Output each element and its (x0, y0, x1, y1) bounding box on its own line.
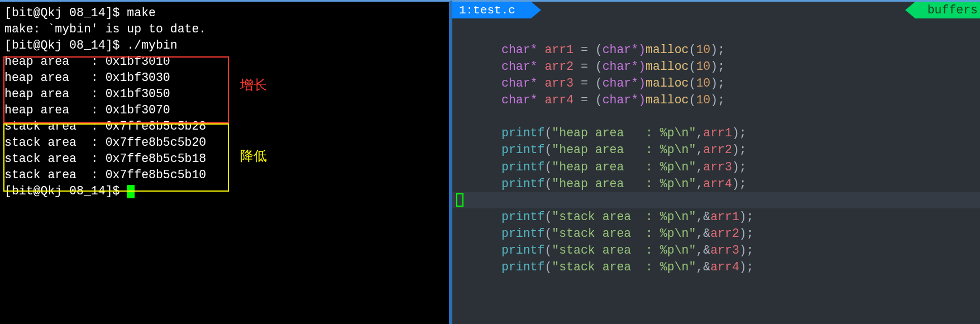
code-line: printf("heap area : %p\n",arr2); (452, 141, 980, 158)
heap-line: heap area : 0x1bf3070 (4, 102, 444, 118)
stack-line: stack area : 0x7ffe8b5c5b28 (4, 118, 444, 135)
cursor-line (452, 192, 980, 208)
code-line: printf("heap area : %p\n",arr3); (452, 159, 980, 175)
code-line: printf("stack area : %p\n",&arr3); (452, 242, 980, 259)
command: make (127, 6, 156, 20)
heap-line: heap area : 0x1bf3030 (4, 70, 444, 86)
code-line: printf("heap area : %p\n",arr4); (452, 175, 980, 192)
buffers-indicator[interactable]: buffers (915, 2, 980, 18)
code-line: printf("stack area : %p\n",&arr4); (452, 259, 980, 275)
blank-line (452, 25, 980, 41)
code-line: printf("heap area : %p\n",arr1); (452, 125, 980, 141)
term-line: [bit@Qkj 08_14]$ make (4, 5, 444, 21)
tab-number: 1: (459, 4, 473, 17)
terminal-pane[interactable]: [bit@Qkj 08_14]$ make make: `mybin' is u… (0, 0, 452, 324)
annotation-decrease: 降低 (240, 148, 267, 166)
blank-line (452, 108, 980, 125)
code-line: printf("stack area : %p\n",&arr2); (452, 225, 980, 242)
code-area[interactable]: char* arr1 = (char*)malloc(10); char* ar… (452, 18, 980, 275)
editor-cursor (456, 193, 463, 207)
code-line: char* arr1 = (char*)malloc(10); (452, 41, 980, 58)
stack-line: stack area : 0x7ffe8b5c5b18 (4, 151, 444, 167)
term-line: make: `mybin' is up to date. (4, 21, 444, 37)
heap-line: heap area : 0x1bf3050 (4, 86, 444, 102)
prompt: [bit@Qkj 08_14]$ (4, 184, 127, 198)
tab-filename: test.c (473, 4, 515, 17)
stack-line: stack area : 0x7ffe8b5c5b20 (4, 135, 444, 151)
code-line: char* arr4 = (char*)malloc(10); (452, 92, 980, 108)
heap-line: heap area : 0x1bf3010 (4, 54, 444, 70)
stack-line: stack area : 0x7ffe8b5c5b10 (4, 167, 444, 183)
annotation-growth: 增长 (240, 77, 267, 95)
term-line: [bit@Qkj 08_14]$ ./mybin (4, 37, 444, 54)
prompt: [bit@Qkj 08_14]$ (4, 39, 127, 52)
code-line: char* arr3 = (char*)malloc(10); (452, 75, 980, 92)
command: ./mybin (127, 39, 177, 52)
code-line: printf("stack area : %p\n",&arr1); (452, 208, 980, 225)
tab-bar: 1: test.c buffers (452, 2, 980, 18)
editor-pane[interactable]: 1: test.c buffers char* arr1 = (char*)ma… (452, 0, 980, 324)
terminal-cursor (127, 185, 135, 198)
prompt: [bit@Qkj 08_14]$ (4, 6, 127, 20)
code-line: char* arr2 = (char*)malloc(10); (452, 58, 980, 75)
term-line: [bit@Qkj 08_14]$ (4, 183, 444, 199)
tab-test-c[interactable]: 1: test.c (452, 2, 531, 18)
